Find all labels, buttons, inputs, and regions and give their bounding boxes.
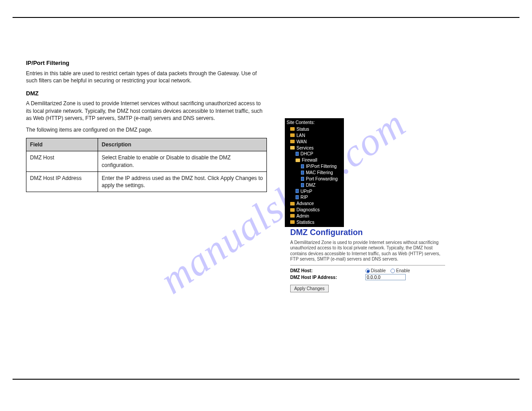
cell-field: DMZ Host — [26, 151, 98, 171]
cell-description: Select Enable to enable or Disable to di… — [98, 151, 267, 171]
heading-dmz: DMZ — [26, 90, 267, 98]
sidebar-item-label: Services — [296, 145, 313, 150]
sidebar-item-services[interactable]: Services — [286, 145, 343, 151]
doc-left-column: IP/Port Filtering Entries in this table … — [26, 54, 267, 192]
sidebar-item-lan[interactable]: LAN — [286, 132, 343, 138]
page-description: A Demilitarized Zone is used to provide … — [290, 240, 445, 265]
page-title: DMZ Configuration — [290, 228, 445, 237]
sidebar-item-label: DMZ — [306, 183, 316, 188]
folder-icon — [290, 202, 295, 206]
fields-table: Field Description DMZ Host Select Enable… — [26, 138, 267, 192]
cell-field: DMZ Host IP Address — [26, 171, 98, 192]
cell-description: Enter the IP address used as the DMZ hos… — [98, 171, 267, 192]
sidebar-item-label: Diagnostics — [296, 207, 320, 212]
th-field: Field — [26, 138, 98, 151]
sidebar-item-label: Port Forwarding — [306, 176, 338, 181]
sidebar-item-admin[interactable]: Admin — [286, 213, 343, 219]
page-icon — [301, 183, 304, 187]
heading-ipport: IP/Port Filtering — [26, 59, 267, 67]
table-row: DMZ Host Select Enable to enable or Disa… — [26, 151, 267, 171]
label-dmz-host: DMZ Host: — [290, 268, 365, 273]
sidebar-item-firewall[interactable]: Firewall — [286, 157, 343, 163]
sidebar-item-port-forwarding[interactable]: Port Forwarding — [286, 176, 343, 182]
folder-open-icon — [290, 146, 295, 150]
dmz-ip-input[interactable] — [365, 274, 406, 280]
sidebar-item-upnp[interactable]: UPnP — [286, 188, 343, 194]
folder-icon — [290, 127, 295, 131]
sidebar-item-ipport-filtering[interactable]: IP/Port Filtering — [286, 163, 343, 169]
page-rule-top — [13, 17, 519, 18]
sidebar-item-rip[interactable]: RIP — [286, 194, 343, 200]
radio-enable-label: Enable — [396, 268, 410, 273]
sidebar-item-label: Firewall — [302, 158, 317, 163]
page-rule-bottom — [13, 379, 519, 380]
dmz-host-radio-group: Disable Enable — [365, 268, 410, 273]
sidebar-item-label: Admin — [296, 214, 309, 218]
table-row: DMZ Host IP Address Enter the IP address… — [26, 171, 267, 192]
nav-tree-panel: Site Contents: Status LAN WAN Services D… — [285, 118, 344, 227]
radio-enable[interactable] — [390, 269, 395, 273]
sidebar-item-label: UPnP — [300, 188, 312, 193]
sidebar-item-label: DHCP — [300, 151, 313, 156]
sidebar-item-label: IP/Port Filtering — [306, 164, 337, 169]
sidebar-item-statistics[interactable]: Statistics — [286, 219, 343, 225]
page-icon — [296, 152, 299, 156]
folder-icon — [290, 220, 295, 224]
radio-disable-label: Disable — [371, 268, 386, 273]
radio-disable[interactable] — [365, 269, 370, 273]
page-icon — [301, 177, 304, 181]
embedded-screenshot: Site Contents: Status LAN WAN Services D… — [285, 118, 506, 292]
page-icon — [301, 171, 304, 175]
sidebar-item-diagnostics[interactable]: Diagnostics — [286, 206, 343, 213]
sidebar-item-status[interactable]: Status — [286, 126, 343, 132]
page-icon — [296, 189, 299, 193]
paragraph-fields-intro: The following items are configured on th… — [26, 126, 267, 133]
folder-icon — [290, 140, 295, 143]
sidebar-item-dmz[interactable]: DMZ — [286, 182, 343, 188]
folder-icon — [290, 133, 295, 137]
sidebar-item-mac-filtering[interactable]: MAC Filtering — [286, 169, 343, 176]
folder-open-icon — [296, 158, 300, 162]
page-icon — [301, 164, 304, 168]
sidebar-item-label: MAC Filtering — [306, 170, 333, 175]
sidebar-item-label: RIP — [300, 195, 308, 200]
folder-icon — [290, 208, 295, 212]
sidebar-item-label: Statistics — [296, 220, 314, 225]
row-dmz-ip: DMZ Host IP Address: — [290, 274, 445, 280]
apply-changes-button[interactable]: Apply Changes — [290, 285, 329, 292]
paragraph-dmz: A Demilitarized Zone is used to provide … — [26, 100, 267, 122]
dmz-config-panel: DMZ Configuration A Demilitarized Zone i… — [290, 227, 445, 292]
row-dmz-host: DMZ Host: Disable Enable — [290, 268, 445, 273]
sidebar-item-label: Status — [296, 127, 309, 132]
folder-icon — [290, 214, 295, 218]
sidebar-item-label: Advance — [296, 201, 314, 206]
paragraph-ipport: Entries in this table are used to restri… — [26, 70, 267, 84]
sidebar-item-dhcp[interactable]: DHCP — [286, 150, 343, 157]
th-description: Description — [98, 138, 267, 151]
table-header-row: Field Description — [26, 138, 267, 151]
nav-title: Site Contents: — [286, 120, 343, 126]
page-icon — [296, 195, 299, 199]
sidebar-item-label: WAN — [296, 139, 307, 144]
sidebar-item-wan[interactable]: WAN — [286, 138, 343, 145]
sidebar-item-label: LAN — [296, 133, 305, 138]
label-dmz-ip: DMZ Host IP Address: — [290, 275, 365, 280]
sidebar-item-advance[interactable]: Advance — [286, 200, 343, 206]
